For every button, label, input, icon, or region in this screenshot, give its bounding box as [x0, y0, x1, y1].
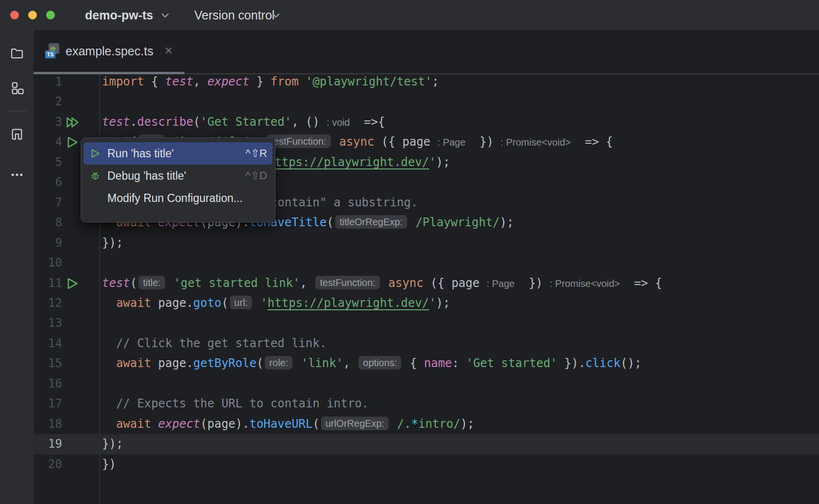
folder-icon: [10, 46, 24, 61]
inlay-hint: : void: [326, 117, 350, 128]
code-line[interactable]: });: [102, 434, 123, 454]
run-context-menu: Run 'has title' ^⇧R Debug 'has title' ^⇧…: [81, 137, 275, 222]
code-line[interactable]: await expect(page).toHaveURL(urlOrRegExp…: [102, 414, 475, 434]
line-number: 10: [34, 253, 62, 273]
code-line[interactable]: }): [102, 454, 116, 474]
code-line[interactable]: await page.getByRole(role: 'link', optio…: [102, 353, 642, 373]
line-number: 2: [34, 92, 62, 112]
editor-tab-bar: TS example.spec.ts ✕: [34, 30, 819, 72]
structure-icon: [10, 81, 24, 95]
code-line[interactable]: await page.goto(url: 'https://playwright…: [102, 293, 450, 313]
run-gutter-icon[interactable]: [66, 135, 79, 149]
inlay-hint: titleOrRegExp:: [335, 215, 407, 229]
project-tool-button[interactable]: [8, 45, 26, 62]
line-number: 9: [34, 233, 62, 253]
line-number: 16: [34, 374, 62, 394]
code-row: 12 await page.goto(url: 'https://playwri…: [34, 293, 819, 313]
typescript-test-file-icon: TS: [45, 43, 61, 59]
line-number: 1: [34, 72, 62, 92]
chevron-down-icon: [161, 13, 169, 18]
line-number: 6: [34, 172, 62, 192]
run-gutter-icon[interactable]: [66, 277, 79, 290]
inlay-hint: testFunction:: [315, 276, 380, 289]
line-number: 12: [34, 293, 62, 313]
code-row: 14 // Click the get started link.: [34, 334, 819, 353]
code-line[interactable]: import { test, expect } from '@playwrigh…: [102, 72, 439, 92]
code-line[interactable]: });: [102, 233, 123, 253]
window-minimize-button[interactable]: [28, 11, 37, 19]
project-switcher[interactable]: demo-pw-ts: [85, 7, 153, 23]
line-number: 15: [34, 353, 62, 373]
line-number: 8: [34, 213, 62, 233]
inlay-hint: : Promise<void>: [501, 137, 571, 148]
code-line[interactable]: // Expects the URL to contain intro.: [102, 394, 369, 414]
line-number: 11: [34, 273, 62, 293]
run-all-gutter-icon[interactable]: [66, 116, 79, 129]
line-number: 20: [34, 454, 62, 474]
code-row: 17 // Expects the URL to contain intro.: [34, 394, 819, 414]
code-row: 20}): [34, 454, 819, 474]
code-row: 13: [34, 313, 819, 333]
line-number: 13: [34, 313, 62, 333]
code-line[interactable]: // Click the get started link.: [102, 334, 326, 353]
code-row: 19});: [34, 434, 819, 454]
line-number: 19: [34, 434, 62, 454]
bookmarks-tool-button[interactable]: [8, 125, 26, 143]
code-row: 1import { test, expect } from '@playwrig…: [34, 72, 819, 92]
menu-item-run[interactable]: Run 'has title' ^⇧R: [84, 142, 273, 165]
title-bar: demo-pw-ts Version control: [0, 0, 819, 30]
run-icon: [89, 147, 102, 160]
menu-item-modify-run-configuration[interactable]: Modify Run Configuration...: [84, 187, 273, 209]
tab-example-spec-ts[interactable]: TS example.spec.ts ✕: [34, 30, 185, 72]
debug-icon: [89, 169, 102, 182]
line-number: 4: [34, 132, 62, 152]
more-tool-windows-button[interactable]: [8, 166, 26, 184]
inlay-hint: : Page: [487, 278, 515, 289]
menu-item-debug[interactable]: Debug 'has title' ^⇧D: [84, 165, 273, 187]
structure-tool-button[interactable]: [8, 79, 26, 97]
code-row: 9});: [34, 233, 819, 253]
empty-icon-slot: [89, 192, 102, 204]
tabbar-border: [185, 73, 819, 74]
code-line[interactable]: test(title: 'get started link', testFunc…: [102, 273, 662, 293]
line-number: 5: [34, 152, 62, 172]
menu-shortcut: ^⇧D: [245, 169, 267, 182]
inlay-hint: title:: [138, 276, 165, 289]
menu-shortcut: ^⇧R: [245, 147, 267, 160]
code-row: 16: [34, 374, 819, 394]
more-icon: [10, 168, 24, 182]
stripe-divider: [7, 111, 26, 112]
code-row: 10: [34, 253, 819, 273]
inlay-hint: : Page: [438, 137, 466, 148]
code-row: 15 await page.getByRole(role: 'link', op…: [34, 353, 819, 373]
inlay-hint: options:: [358, 356, 401, 370]
window-zoom-button[interactable]: [46, 11, 55, 19]
inlay-hint: urlOrRegExp:: [321, 417, 389, 430]
chevron-down-icon: [272, 13, 280, 18]
window-close-button[interactable]: [10, 11, 19, 19]
tab-close-icon[interactable]: ✕: [164, 45, 173, 57]
tab-label: example.spec.ts: [66, 44, 154, 58]
line-number: 18: [34, 414, 62, 434]
line-number: 3: [34, 112, 62, 132]
inlay-hint: : Promise<void>: [550, 278, 620, 289]
inlay-hint: url:: [230, 296, 252, 309]
inlay-hint: testFunction:: [266, 134, 331, 148]
vcs-widget[interactable]: Version control: [194, 7, 274, 23]
line-number: 14: [34, 334, 62, 353]
active-tab-underline: [34, 72, 185, 74]
code-editor[interactable]: 1import { test, expect } from '@playwrig…: [34, 72, 819, 504]
code-row: 3test.describe('Get Started', () : void …: [34, 112, 819, 132]
code-line[interactable]: test.describe('Get Started', () : void =…: [102, 112, 385, 132]
code-row: 11test(title: 'get started link', testFu…: [34, 273, 819, 293]
line-number: 17: [34, 394, 62, 414]
tool-window-stripe: [0, 30, 34, 504]
code-row: 2: [34, 92, 819, 112]
inlay-hint: role:: [265, 356, 292, 370]
bookmarks-icon: [10, 127, 24, 141]
line-number: 7: [34, 193, 62, 213]
code-row: 18 await expect(page).toHaveURL(urlOrReg…: [34, 414, 819, 434]
